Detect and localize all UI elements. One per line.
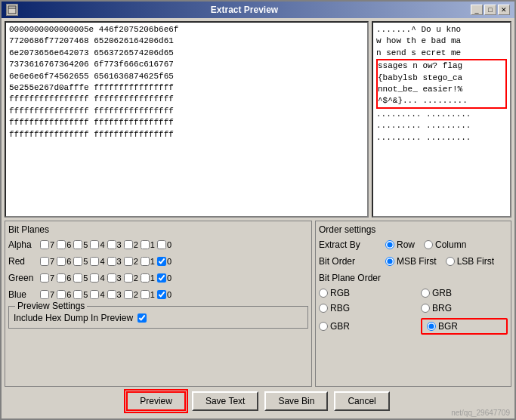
lsb-radio[interactable]	[446, 257, 455, 266]
red-row: Red 7 6 5 4 3 2 1 0	[8, 256, 308, 267]
alpha-bit-5: 5	[73, 240, 88, 249]
text-line: ......... .........	[376, 132, 507, 144]
msb-radio[interactable]	[385, 257, 394, 266]
text-panel[interactable]: .......^ Do u kno w how th e bad ma n se…	[372, 21, 511, 218]
alpha-0-checkbox[interactable]	[157, 240, 166, 249]
red-5-checkbox[interactable]	[73, 257, 82, 266]
main-window: Extract Preview _ □ ✕ 0000000000000005e …	[0, 0, 516, 420]
green-0-checkbox[interactable]	[157, 273, 166, 283]
red-7-checkbox[interactable]	[40, 257, 49, 266]
text-line: {babylsb stego_ca	[378, 73, 505, 84]
close-button[interactable]: ✕	[498, 5, 510, 15]
red-checkboxes: 7 6 5 4 3 2 1 0	[40, 257, 171, 266]
red-6-checkbox[interactable]	[57, 257, 66, 266]
alpha-7-checkbox[interactable]	[40, 240, 49, 249]
hex-dump-label: Include Hex Dump In Preview	[14, 313, 133, 323]
red-1-checkbox[interactable]	[141, 257, 150, 266]
alpha-0-label: 0	[167, 240, 171, 249]
blue-2-checkbox[interactable]	[124, 290, 133, 299]
text-line: w how th e bad ma	[376, 36, 507, 47]
rgb-radio[interactable]	[319, 289, 328, 298]
brg-radio[interactable]	[421, 304, 430, 313]
main-content: 0000000000000005e 446f2075206b6e6f 77206…	[2, 18, 514, 418]
hex-dump-row: Include Hex Dump In Preview	[14, 313, 303, 323]
bgr-radio-item: BGR	[421, 318, 508, 335]
red-3-checkbox[interactable]	[107, 257, 116, 266]
green-7-checkbox[interactable]	[40, 273, 49, 283]
hex-line: 5e255e267d0afffe ffffffffffffffff	[9, 82, 364, 94]
rgb-label: RGB	[330, 288, 350, 298]
blue-6-checkbox[interactable]	[57, 290, 66, 299]
grb-radio[interactable]	[421, 289, 430, 298]
save-text-button[interactable]: Save Text	[192, 391, 258, 411]
preview-button[interactable]: Preview	[126, 391, 186, 411]
title-bar: Extract Preview _ □ ✕	[2, 2, 514, 18]
alpha-5-label: 5	[83, 240, 88, 249]
green-6-checkbox[interactable]	[57, 273, 66, 283]
green-4-checkbox[interactable]	[90, 273, 99, 283]
row-radio[interactable]	[385, 240, 394, 249]
green-5-checkbox[interactable]	[73, 273, 82, 283]
preview-settings-section: Preview Settings Include Hex Dump In Pre…	[8, 306, 308, 329]
gbr-radio-item: GBR	[319, 318, 406, 335]
alpha-bit-4: 4	[90, 240, 104, 249]
bit-plane-order-section: Bit Plane Order RGB GRB RBG	[319, 273, 508, 335]
window-controls: _ □ ✕	[471, 5, 510, 15]
red-4-checkbox[interactable]	[90, 257, 99, 266]
minimize-button[interactable]: _	[471, 5, 483, 15]
bit-planes-panel: Bit Planes Alpha 7 6 5 4 3 2 1 0	[5, 221, 312, 387]
maximize-button[interactable]: □	[484, 5, 496, 15]
green-checkboxes: 7 6 5 4 3 2 1 0	[40, 273, 171, 283]
alpha-1-checkbox[interactable]	[141, 240, 150, 249]
rbg-radio[interactable]	[319, 304, 328, 313]
blue-3-checkbox[interactable]	[107, 290, 116, 299]
blue-label: Blue	[8, 289, 37, 300]
green-3-checkbox[interactable]	[107, 273, 116, 283]
hex-line: ffffffffffffffff ffffffffffffffff	[9, 94, 364, 105]
alpha-bit-2: 2	[124, 240, 138, 249]
red-label: Red	[8, 256, 37, 267]
blue-5-checkbox[interactable]	[73, 290, 82, 299]
blue-0-checkbox[interactable]	[157, 290, 166, 299]
row-radio-item: Row	[385, 239, 415, 250]
bit-plane-grid: RGB GRB RBG BRG	[319, 288, 508, 335]
column-radio[interactable]	[424, 240, 433, 249]
hex-line: 6e6e6e6f74562655 6561636874625f65	[9, 71, 364, 82]
alpha-bit-1: 1	[141, 240, 155, 249]
alpha-5-checkbox[interactable]	[73, 240, 82, 249]
preview-area: 0000000000000005e 446f2075206b6e6f 77206…	[5, 21, 511, 218]
cancel-button[interactable]: Cancel	[334, 391, 389, 411]
red-0-checkbox[interactable]	[157, 257, 166, 266]
alpha-bit-6: 6	[57, 240, 71, 249]
bottom-panels: Bit Planes Alpha 7 6 5 4 3 2 1 0	[5, 221, 511, 387]
blue-1-checkbox[interactable]	[141, 290, 150, 299]
alpha-4-checkbox[interactable]	[90, 240, 99, 249]
text-line: n send s ecret me	[376, 48, 507, 59]
blue-4-checkbox[interactable]	[90, 290, 99, 299]
hex-line: ffffffffffffffff ffffffffffffffff	[9, 106, 364, 117]
row-label: Row	[397, 239, 415, 250]
green-row: Green 7 6 5 4 3 2 1 0	[8, 273, 308, 283]
blue-7-checkbox[interactable]	[40, 290, 49, 299]
hex-panel[interactable]: 0000000000000005e 446f2075206b6e6f 77206…	[5, 21, 369, 218]
alpha-6-checkbox[interactable]	[57, 240, 66, 249]
alpha-2-label: 2	[134, 240, 138, 249]
hex-dump-checkbox[interactable]	[137, 313, 147, 323]
extract-by-row: Extract By Row Column	[319, 239, 508, 250]
red-2-checkbox[interactable]	[124, 257, 133, 266]
bit-order-radio-group: MSB First LSB First	[385, 256, 494, 267]
grb-label: GRB	[432, 288, 452, 298]
lsb-label: LSB First	[457, 256, 494, 267]
brg-label: BRG	[432, 303, 452, 313]
green-2-checkbox[interactable]	[124, 273, 133, 283]
save-bin-button[interactable]: Save Bin	[264, 391, 328, 411]
preview-settings-title: Preview Settings	[15, 301, 87, 311]
blue-checkboxes: 7 6 5 4 3 2 1 0	[40, 290, 171, 299]
hex-line: 6e2073656e642073 6563726574206d65	[9, 48, 364, 59]
alpha-2-checkbox[interactable]	[124, 240, 133, 249]
bgr-radio[interactable]	[427, 322, 436, 331]
lsb-radio-item: LSB First	[446, 256, 494, 267]
green-1-checkbox[interactable]	[141, 273, 150, 283]
gbr-radio[interactable]	[319, 322, 328, 331]
alpha-3-checkbox[interactable]	[107, 240, 116, 249]
